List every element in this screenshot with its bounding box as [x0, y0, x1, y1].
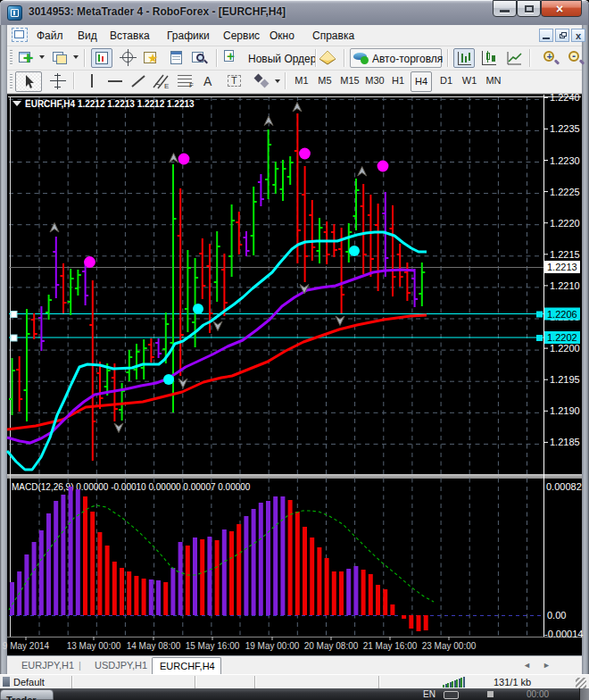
svg-text:1.2240: 1.2240	[550, 92, 580, 103]
svg-text:14 May 08:00: 14 May 08:00	[127, 641, 181, 651]
svg-text:23 May 00:00: 23 May 00:00	[422, 641, 477, 651]
svg-text:21 May 16:00: 21 May 16:00	[363, 641, 418, 651]
svg-text:1.2220: 1.2220	[550, 218, 580, 229]
svg-text:1.2206: 1.2206	[547, 309, 577, 320]
svg-text:1.2225: 1.2225	[550, 187, 580, 197]
svg-text:EURCHF,H4 1.2212 1.2213 1.221: EURCHF,H4 1.2212 1.2213 1.2212 1.2213	[25, 99, 195, 109]
svg-text:0.00: 0.00	[547, 610, 566, 621]
svg-text:1.2195: 1.2195	[550, 374, 580, 385]
svg-text:19 May 00:00: 19 May 00:00	[245, 641, 300, 651]
svg-text:13 May 00:00: 13 May 00:00	[67, 641, 121, 651]
svg-text:MACD(12,26,9) 0.00000 -0.00010: MACD(12,26,9) 0.00000 -0.00010 0.00000 0…	[12, 482, 251, 492]
svg-text:15 May 16:00: 15 May 16:00	[186, 641, 240, 651]
svg-text:1.2202: 1.2202	[547, 332, 577, 343]
svg-text:0.00082: 0.00082	[546, 481, 582, 492]
svg-text:20 May 08:00: 20 May 08:00	[304, 641, 359, 651]
svg-text:1.2230: 1.2230	[550, 155, 580, 166]
svg-text:9 May 2014: 9 May 2014	[3, 641, 50, 651]
svg-text:1.2215: 1.2215	[550, 249, 580, 260]
svg-text:1.2210: 1.2210	[550, 280, 580, 291]
svg-text:1.2190: 1.2190	[550, 405, 580, 416]
svg-text:1.2213: 1.2213	[547, 262, 577, 272]
svg-text:1.2185: 1.2185	[550, 437, 580, 447]
svg-text:1.2200: 1.2200	[550, 343, 580, 354]
svg-text:-0.00014: -0.00014	[544, 629, 583, 639]
svg-text:1.2235: 1.2235	[550, 123, 580, 134]
